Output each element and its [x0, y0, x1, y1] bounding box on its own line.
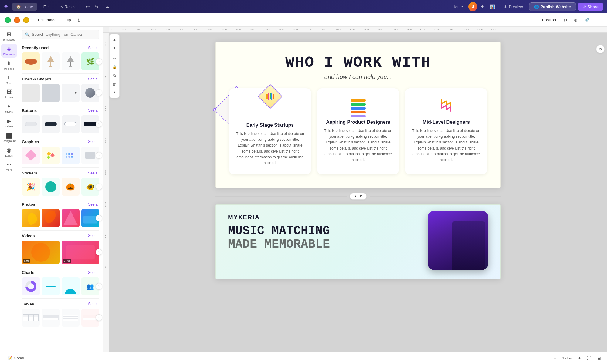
- shape-item-2[interactable]: [42, 84, 59, 102]
- svg-text:650: 650: [293, 28, 298, 31]
- sticker-item-3[interactable]: 🎃: [62, 178, 80, 196]
- analytics-btn[interactable]: 📊: [487, 3, 497, 10]
- photos-scroll-right[interactable]: ›: [96, 215, 102, 221]
- graphics-see-all[interactable]: See all: [88, 140, 99, 144]
- crop-btn[interactable]: ⊕: [572, 16, 579, 24]
- videos-panel-see-all[interactable]: See all: [88, 234, 99, 238]
- sidebar-item-uploads[interactable]: ⬆ Uploads: [1, 58, 17, 72]
- charts-see-all[interactable]: See all: [88, 271, 99, 275]
- page1-main-title[interactable]: WHO I WORK WITH: [228, 54, 488, 71]
- btn-item-3[interactable]: [62, 115, 80, 133]
- btn-item-1[interactable]: [22, 115, 40, 133]
- flip-btn[interactable]: Flip: [62, 16, 73, 23]
- sidebar-item-text[interactable]: T Text: [1, 73, 17, 86]
- sidebar-item-styles[interactable]: ✦ Styles: [1, 101, 17, 115]
- resize-tab[interactable]: ⤡ Resize: [56, 3, 81, 11]
- tables-see-all[interactable]: See all: [88, 302, 99, 306]
- recently-used-see-all[interactable]: See all: [88, 46, 99, 50]
- side-tool-down[interactable]: ▼: [110, 44, 118, 52]
- notes-toggle[interactable]: ▲ ▼: [350, 193, 367, 200]
- card-3[interactable]: Mid-Level Designers This is prime space!…: [405, 88, 487, 174]
- card-1[interactable]: Early Stage Startups This is prime space…: [229, 88, 311, 174]
- color-swatch-green[interactable]: [5, 17, 11, 23]
- notes-btn[interactable]: 📝 Notes: [5, 355, 26, 362]
- side-tool-add[interactable]: +: [110, 89, 118, 96]
- buttons-see-all[interactable]: See all: [88, 108, 99, 113]
- sidebar-item-logos[interactable]: ◉ Logos: [1, 145, 17, 159]
- recent-item-1[interactable]: [22, 52, 40, 70]
- sidebar-item-photos[interactable]: 🖼 Photos: [1, 87, 17, 101]
- side-tool-lock[interactable]: 🔒: [110, 63, 118, 71]
- canvas-refresh-btn[interactable]: ↺: [596, 45, 605, 53]
- panel-scroll-right[interactable]: ›: [96, 58, 102, 65]
- tables-scroll-right[interactable]: ›: [96, 314, 102, 321]
- filter-btn[interactable]: ⚙: [561, 16, 569, 24]
- link-btn[interactable]: 🔗: [582, 16, 591, 24]
- cloud-save-btn[interactable]: ☁: [103, 3, 111, 11]
- photo-item-1[interactable]: [22, 209, 40, 227]
- search-input[interactable]: [22, 30, 99, 39]
- sidebar-item-videos[interactable]: ▶ Videos: [1, 116, 17, 130]
- share-btn[interactable]: ↗ Share: [578, 3, 603, 11]
- chart-item-3[interactable]: [62, 277, 80, 295]
- page-2[interactable]: MYXERIA MUSIC MATCHING MADE MEMORABLE: [215, 204, 501, 279]
- more-options-btn[interactable]: ⋯: [594, 16, 602, 24]
- stickers-see-all[interactable]: See all: [88, 171, 99, 175]
- grid-view-btn[interactable]: ⊞: [596, 355, 602, 362]
- charts-scroll-right[interactable]: ›: [96, 283, 102, 290]
- graphics-scroll-right[interactable]: ›: [96, 152, 102, 159]
- side-tool-up[interactable]: ▲: [110, 35, 118, 43]
- info-btn[interactable]: ℹ: [76, 16, 81, 24]
- buttons-scroll-right[interactable]: ›: [96, 121, 102, 127]
- photos-panel-see-all[interactable]: See all: [88, 202, 99, 207]
- chart-item-2[interactable]: [42, 277, 59, 295]
- btn-item-2[interactable]: [42, 115, 59, 133]
- graphic-item-3[interactable]: [62, 147, 80, 164]
- home-nav-btn[interactable]: Home: [449, 3, 466, 11]
- sidebar-item-templates[interactable]: ⊞ Templates: [1, 29, 17, 43]
- recent-item-3[interactable]: [62, 52, 80, 70]
- side-tool-delete[interactable]: 🗑: [110, 80, 118, 88]
- edit-image-btn[interactable]: Edit image: [36, 16, 59, 23]
- redo-btn[interactable]: ↪: [93, 3, 101, 11]
- page-1[interactable]: WHO I WORK WITH and how I can help you..…: [215, 42, 501, 188]
- chart-item-1[interactable]: [22, 277, 40, 295]
- recent-item-2[interactable]: [42, 52, 59, 70]
- home-tab[interactable]: 🏠 Home: [12, 3, 37, 11]
- videos-scroll-right[interactable]: ›: [96, 249, 102, 255]
- shapes-scroll-right[interactable]: ›: [96, 89, 102, 96]
- zoom-out-btn[interactable]: −: [552, 354, 557, 362]
- sidebar-item-background[interactable]: ⬛ Background: [1, 130, 17, 144]
- table-item-2[interactable]: [42, 309, 59, 327]
- graphic-item-1[interactable]: [22, 147, 40, 164]
- video-item-1[interactable]: 6.0s: [22, 241, 60, 264]
- color-swatch-yellow[interactable]: [23, 17, 29, 23]
- add-account-btn[interactable]: +: [479, 3, 486, 11]
- photo-item-2[interactable]: [42, 209, 59, 227]
- sidebar-item-more[interactable]: ··· More: [1, 160, 17, 173]
- table-item-3[interactable]: [62, 309, 80, 327]
- table-item-1[interactable]: [22, 309, 40, 327]
- shape-item-1[interactable]: [22, 84, 40, 102]
- side-tool-copy[interactable]: ⧉: [110, 72, 118, 79]
- file-tab[interactable]: File: [39, 3, 54, 11]
- sticker-item-2[interactable]: [42, 178, 59, 196]
- video-item-2[interactable]: 24.0s: [62, 241, 100, 264]
- graphic-item-2[interactable]: [42, 147, 59, 164]
- shape-item-3[interactable]: [62, 84, 80, 102]
- user-avatar[interactable]: U: [468, 2, 477, 11]
- undo-btn[interactable]: ↩: [84, 3, 92, 11]
- color-swatch-orange[interactable]: [14, 17, 20, 23]
- fullscreen-btn[interactable]: ⛶: [586, 355, 592, 362]
- sticker-item-1[interactable]: 🎉: [22, 178, 40, 196]
- stickers-scroll-right[interactable]: ›: [96, 184, 102, 190]
- publish-btn[interactable]: 🌐 Publish Website: [529, 2, 576, 11]
- side-tool-edit[interactable]: ✏: [110, 55, 118, 62]
- card-2[interactable]: Aspiring Product Designers This is prime…: [317, 88, 399, 174]
- preview-btn[interactable]: 👁 Preview: [499, 3, 527, 11]
- lines-shapes-see-all[interactable]: See all: [88, 77, 99, 81]
- zoom-in-btn[interactable]: +: [577, 354, 582, 362]
- position-btn[interactable]: Position: [540, 16, 558, 23]
- sidebar-item-elements[interactable]: ◈ Elements: [1, 44, 17, 58]
- photo-item-3[interactable]: [62, 209, 80, 227]
